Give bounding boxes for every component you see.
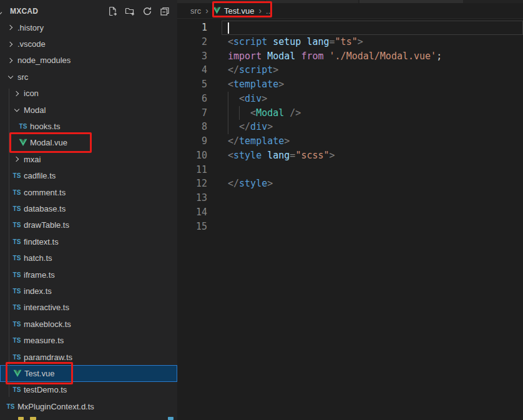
explorer-section-header[interactable]: MXCAD <box>0 4 177 19</box>
tree-item-label: Modal <box>24 105 46 115</box>
tree-item-icon[interactable]: icon <box>0 85 177 102</box>
chevron-down-icon <box>5 76 16 78</box>
tree-item--vscode[interactable]: .vscode <box>0 36 177 52</box>
tree-item-label: Test.vue <box>24 369 54 378</box>
code-line-5[interactable]: 5<template> <box>177 77 523 92</box>
refresh-explorer-icon[interactable] <box>142 6 152 16</box>
typescript-file-icon: TS <box>11 238 22 245</box>
indent-guide <box>228 106 239 120</box>
vue-file-icon <box>213 7 221 14</box>
code-line-7[interactable]: 7<Modal /> <box>177 106 523 120</box>
code-line-14[interactable]: 14 <box>177 205 523 220</box>
line-number: 1 <box>177 21 207 35</box>
tree-item-test-vue[interactable]: Test.vue <box>0 365 177 381</box>
tree-item-hatch-ts[interactable]: TShatch.ts <box>0 250 177 266</box>
line-content <box>207 191 228 205</box>
typescript-file-icon: TS <box>11 288 22 295</box>
tree-item-src[interactable]: src <box>0 69 177 85</box>
line-number: 3 <box>177 49 207 64</box>
tree-item--history[interactable]: .history <box>0 19 177 36</box>
tree-indent-guide <box>9 89 9 397</box>
code-line-3[interactable]: 3import Modal from './Modal/Modal.vue'; <box>177 49 523 64</box>
new-file-icon[interactable] <box>107 6 117 16</box>
code-line-8[interactable]: 8</div> <box>177 120 523 134</box>
tree-item-label: testDemo.ts <box>24 385 67 394</box>
tree-item-paramdraw-ts[interactable]: TSparamdraw.ts <box>0 349 177 365</box>
code-line-13[interactable]: 13 <box>177 191 523 205</box>
tree-item-label: hooks.ts <box>30 122 60 131</box>
tree-item-modal[interactable]: Modal <box>0 102 177 118</box>
chevron-right-icon <box>5 42 16 46</box>
line-number: 10 <box>177 149 207 163</box>
line-number: 2 <box>177 35 207 49</box>
line-number: 14 <box>177 205 207 220</box>
tree-item-hooks-ts[interactable]: TShooks.ts <box>0 118 177 134</box>
line-content: <style lang="scss"> <box>207 149 335 163</box>
new-folder-icon[interactable] <box>125 6 135 16</box>
typescript-file-icon: TS <box>11 321 22 328</box>
line-content <box>207 205 228 220</box>
vue-file-icon <box>12 369 23 378</box>
tree-item-cadfile-ts[interactable]: TScadfile.ts <box>0 168 177 184</box>
file-tree: .history.vscodenode_modulessrciconModalT… <box>0 19 177 414</box>
tree-item-mxai[interactable]: mxai <box>0 151 177 167</box>
tree-item-label: node_modules <box>17 56 71 65</box>
line-number: 8 <box>177 120 207 134</box>
tree-item-interactive-ts[interactable]: TSinteractive.ts <box>0 300 177 316</box>
tree-item-label: measure.ts <box>24 336 64 345</box>
tree-item-label: comment.ts <box>24 188 66 197</box>
vscode-window: MXCAD <box>0 0 523 420</box>
tree-item-testdemo-ts[interactable]: TStestDemo.ts <box>0 382 177 398</box>
tree-item-label: findtext.ts <box>24 237 59 247</box>
code-line-9[interactable]: 9</template> <box>177 134 523 149</box>
typescript-file-icon: TS <box>17 123 29 130</box>
tree-item-label: .vscode <box>17 39 46 49</box>
line-number: 4 <box>177 63 207 77</box>
line-number: 12 <box>177 177 207 191</box>
breadcrumb-segment[interactable]: src <box>190 6 201 16</box>
code-line-1[interactable]: 1 <box>177 21 523 35</box>
tree-item-label: .history <box>17 23 44 32</box>
tree-item-label: cadfile.ts <box>24 171 56 180</box>
tree-item-label: index.ts <box>24 286 52 296</box>
tree-item-label: database.ts <box>24 204 66 213</box>
line-content <box>207 163 228 177</box>
code-line-6[interactable]: 6<div> <box>177 92 523 106</box>
line-number: 5 <box>177 77 207 92</box>
code-editor[interactable]: 12<script setup lang="ts">3import Modal … <box>177 19 523 420</box>
line-content: </div> <box>207 120 273 134</box>
code-line-4[interactable]: 4</script> <box>177 63 523 77</box>
line-content: <template> <box>207 77 284 92</box>
explorer-sidebar: MXCAD <box>0 0 177 420</box>
code-line-12[interactable]: 12</style> <box>177 177 523 191</box>
tree-item-label: paramdraw.ts <box>24 353 72 362</box>
line-content: </style> <box>207 177 273 191</box>
indent-guide <box>228 120 239 134</box>
breadcrumb-overflow[interactable]: ... <box>266 6 273 16</box>
editor-pane: src›Test.vue›... 12<script setup lang="t… <box>177 0 523 420</box>
tree-item-index-ts[interactable]: TSindex.ts <box>0 283 177 299</box>
chevron-down-icon <box>11 109 22 111</box>
tree-item-drawtable-ts[interactable]: TSdrawTable.ts <box>0 217 177 233</box>
tree-item-comment-ts[interactable]: TScomment.ts <box>0 184 177 200</box>
tree-item-makeblock-ts[interactable]: TSmakeblock.ts <box>0 316 177 332</box>
typescript-file-icon: TS <box>11 386 22 393</box>
tree-item-label: src <box>17 72 28 82</box>
tree-item-findtext-ts[interactable]: TSfindtext.ts <box>0 233 177 250</box>
vue-file-icon <box>17 139 29 147</box>
tree-item-measure-ts[interactable]: TSmeasure.ts <box>0 332 177 348</box>
code-line-10[interactable]: 10<style lang="scss"> <box>177 149 523 163</box>
collapse-folders-icon[interactable] <box>160 6 170 16</box>
breadcrumb-segment[interactable]: Test.vue <box>224 6 254 16</box>
code-line-15[interactable]: 15 <box>177 220 523 234</box>
tree-item-modal-vue[interactable]: Modal.vue <box>0 135 177 151</box>
code-line-11[interactable]: 11 <box>177 163 523 177</box>
chevron-right-icon <box>5 26 16 29</box>
code-line-2[interactable]: 2<script setup lang="ts"> <box>177 35 523 49</box>
tree-item-mxplugincontext-d-ts[interactable]: TSMxPluginContext.d.ts <box>0 398 177 414</box>
tree-item-node-modules[interactable]: node_modules <box>0 52 177 69</box>
typescript-file-icon: TS <box>11 354 22 361</box>
tree-item-iframe-ts[interactable]: TSiframe.ts <box>0 266 177 283</box>
tree-item-database-ts[interactable]: TSdatabase.ts <box>0 200 177 217</box>
chevron-right-icon: › <box>258 6 262 15</box>
